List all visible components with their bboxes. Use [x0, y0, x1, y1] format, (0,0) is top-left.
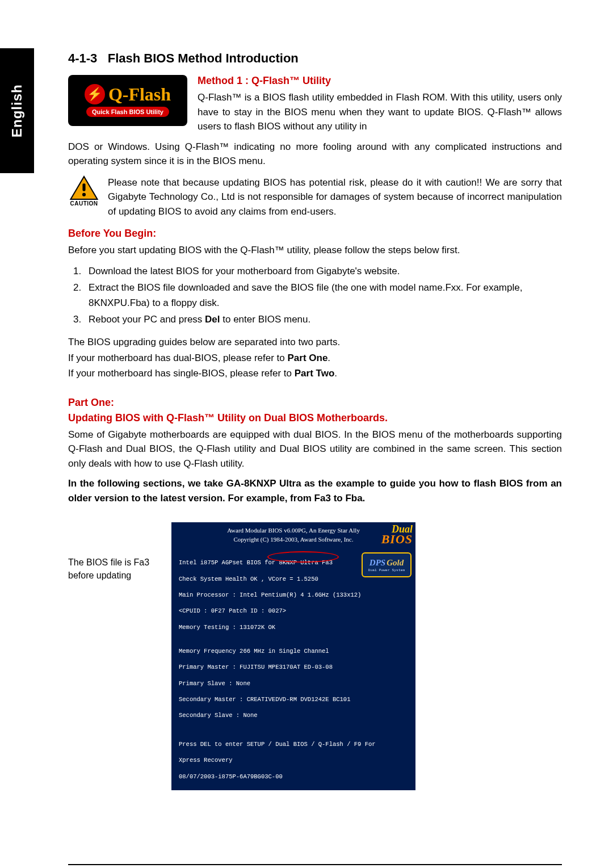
before-paragraph: Before you start updating BIOS with the … — [68, 243, 562, 258]
bios-line: Main Processor : Intel Pentium(R) 4 1.6G… — [179, 592, 361, 598]
lightning-icon: ⚡ — [85, 84, 105, 104]
method-block: Method 1 : Q-Flash™ Utility Q-Flash™ is … — [198, 75, 562, 134]
before-heading: Before You Begin: — [68, 228, 562, 240]
bios-head-1: Award Modular BIOS v6.00PG, An Energy St… — [227, 527, 360, 534]
guide-note-3c: . — [334, 368, 337, 379]
bios-line: Check System Health OK , VCore = 1.5250 — [179, 576, 318, 582]
section-heading: 4-1-3 Flash BIOS Method Introduction — [68, 51, 562, 66]
step-item: Extract the BIOS file downloaded and sav… — [84, 280, 562, 311]
language-tab: English — [0, 48, 34, 173]
part-one-bold-note: In the following sections, we take GA-8K… — [68, 476, 562, 505]
bios-line: Primary Master : FUJITSU MPE3170AT ED-03… — [179, 664, 333, 670]
part-one-subheading: Updating BIOS with Q-Flash™ Utility on D… — [68, 412, 562, 424]
dual-bios-bottom: BIOS — [381, 532, 413, 546]
guide-note-1: The BIOS upgrading guides below are sepa… — [68, 335, 562, 350]
intro-paragraph-inline: Q-Flash™ is a BIOS flash utility embedde… — [198, 90, 562, 134]
dps-sub: Dual Power System — [368, 568, 405, 573]
part-one-ref: Part One — [287, 353, 328, 363]
qflash-logo: ⚡ Q-Flash Quick Flash BIOS Utility — [68, 75, 187, 126]
figure-caption: The BIOS file is Fa3 before updating — [68, 522, 159, 582]
guide-note-3: If your motherboard has single-BIOS, ple… — [68, 366, 562, 381]
dps-gold-badge: DPSGold Dual Power System — [362, 552, 412, 577]
bios-line: Memory Frequency 266 MHz in Single Chann… — [179, 648, 329, 655]
bios-screenshot: Dual BIOS DPSGold Dual Power System Awar… — [171, 522, 415, 790]
guide-note-3a: If your motherboard has single-BIOS, ple… — [68, 368, 295, 379]
bios-line: Secondary Slave : None — [179, 712, 258, 719]
steps-list: Download the latest BIOS for your mother… — [84, 263, 562, 328]
page-footer: GA-VM800PMC Motherboard - 52 - — [68, 864, 562, 868]
bios-header: Award Modular BIOS v6.00PG, An Energy St… — [172, 523, 415, 548]
figure-row: The BIOS file is Fa3 before updating Dua… — [68, 522, 562, 790]
caution-label: CAUTION — [70, 200, 98, 207]
bios-footer: Press DEL to enter SETUP / Dual BIOS / Q… — [172, 720, 415, 784]
part-two-ref: Part Two — [295, 368, 335, 379]
page-container: English 4-1-3 Flash BIOS Method Introduc… — [0, 0, 613, 868]
guide-note-2a: If your motherboard has dual-BIOS, pleas… — [68, 353, 287, 363]
bios-line: Secondary Master : CREATIVEDVD-RM DVD124… — [179, 696, 350, 703]
caution-block: CAUTION Please note that because updatin… — [68, 175, 562, 219]
svg-rect-1 — [82, 183, 85, 191]
section-number: 4-1-3 — [68, 51, 97, 65]
bios-line: Primary Slave : None — [179, 680, 250, 687]
caution-icon: CAUTION — [68, 175, 100, 207]
caution-text: Please note that because updating BIOS h… — [108, 175, 562, 219]
bios-line: Memory Testing : 131072K OK — [179, 624, 275, 631]
del-key: Del — [205, 314, 220, 325]
dual-bios-badge: Dual BIOS — [381, 525, 413, 544]
warning-triangle-icon — [69, 175, 99, 200]
bios-foot-line: Press DEL to enter SETUP / Dual BIOS / Q… — [179, 741, 376, 748]
content-area: 4-1-3 Flash BIOS Method Introduction ⚡ Q… — [68, 51, 562, 868]
dps-gold: Gold — [387, 558, 404, 567]
part-one-heading: Part One: — [68, 397, 562, 409]
intro-row: ⚡ Q-Flash Quick Flash BIOS Utility Metho… — [68, 75, 562, 134]
qflash-logo-subtitle: Quick Flash BIOS Utility — [86, 107, 169, 117]
bios-line: <CPUID : 0F27 Patch ID : 0027> — [179, 607, 286, 614]
step-item: Reboot your PC and press Del to enter BI… — [84, 312, 562, 327]
section-title-text: Flash BIOS Method Introduction — [108, 51, 299, 65]
guide-note-2c: . — [328, 353, 330, 363]
svg-point-2 — [82, 192, 86, 196]
guide-note-2: If your motherboard has dual-BIOS, pleas… — [68, 351, 562, 366]
method-title: Method 1 : Q-Flash™ Utility — [198, 75, 562, 87]
part-one-paragraph: Some of Gigabyte motherboards are equipp… — [68, 427, 562, 471]
qflash-logo-text: Q-Flash — [108, 85, 171, 103]
qflash-logo-main: ⚡ Q-Flash — [85, 84, 171, 104]
step-item: Download the latest BIOS for your mother… — [84, 263, 562, 279]
bios-line: Intel i875P AGPset BIOS for 8KNXP Ultra … — [179, 559, 333, 566]
intro-paragraph-continued: DOS or Windows. Using Q-Flash™ indicatin… — [68, 140, 562, 169]
bios-foot-line: 08/07/2003-i875P-6A79BG03C-00 — [179, 773, 283, 780]
dps-main: DPS — [370, 558, 385, 567]
bios-head-2: Copyright (C) 1984-2003, Award Software,… — [233, 536, 353, 543]
bios-foot-line: Xpress Recovery — [179, 757, 233, 764]
